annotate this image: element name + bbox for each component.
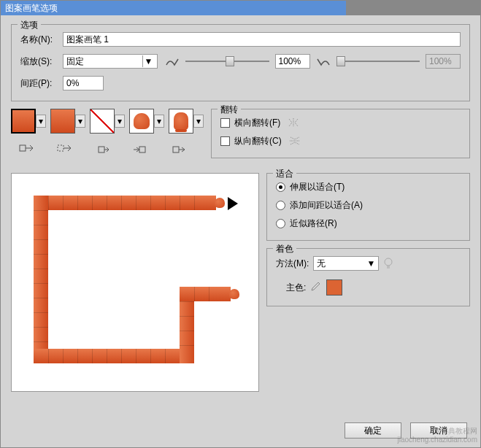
- scale-mode-value: 固定: [66, 55, 84, 68]
- flip-horizontal-row: 横向翻转(F): [220, 117, 461, 129]
- name-label: 名称(N):: [20, 34, 63, 46]
- flip-vertical-checkbox[interactable]: [220, 136, 230, 146]
- tile-1-wrap: ▾: [11, 109, 46, 134]
- flip-horizontal-icon: [288, 117, 299, 129]
- colorize-legend: 着色: [273, 243, 296, 255]
- dialog-content: 选项 名称(N): 缩放(S): 固定 ▼: [1, 15, 480, 401]
- name-input[interactable]: [63, 32, 461, 47]
- fit-approx-row: 近似路径(R): [276, 217, 461, 230]
- flip-vertical-row: 纵向翻转(C): [220, 135, 461, 147]
- scale-slider-2[interactable]: [336, 55, 420, 67]
- dialog-title: 图案画笔选项: [5, 3, 58, 13]
- keycolor-row: 主色:: [276, 279, 461, 296]
- scale-row: 缩放(S): 固定 ▼: [20, 54, 461, 69]
- flip-fieldset: 翻转 横向翻转(F) 纵向翻转(C): [211, 109, 470, 158]
- scale-value-2: [426, 54, 461, 69]
- fit-stretch-label: 伸展以适合(T): [290, 181, 345, 193]
- tile-2-dropdown[interactable]: ▾: [75, 115, 85, 128]
- spacing-label: 间距(P):: [20, 77, 63, 90]
- tile-5-wrap: ▾: [169, 109, 204, 134]
- corner-inner-icon: [55, 142, 75, 160]
- method-label: 方法(M):: [276, 258, 309, 270]
- fit-fieldset: 适合 伸展以适合(T) 添加间距以适合(A) 近似路径(R): [266, 173, 470, 241]
- tiles-row: ▾ ▾ ▾ ▾ ▾: [11, 109, 204, 134]
- brush-preview: [11, 173, 259, 392]
- svg-rect-0: [20, 145, 26, 151]
- fit-addspace-row: 添加间距以适合(A): [276, 199, 461, 212]
- svg-point-5: [385, 258, 392, 266]
- fit-approx-radio[interactable]: [276, 219, 285, 228]
- tile-3-dropdown[interactable]: ▾: [115, 115, 125, 128]
- spacing-row: 间距(P):: [20, 76, 461, 90]
- tile-2-wrap: ▾: [50, 109, 85, 134]
- svg-rect-1: [58, 145, 64, 151]
- chevron-down-icon: ▼: [366, 258, 375, 269]
- fit-stretch-radio[interactable]: [276, 182, 285, 192]
- pattern-brush-options-dialog: 图案画笔选项 选项 名称(N): 缩放(S): 固定 ▼: [0, 0, 481, 448]
- eyedropper-icon[interactable]: [310, 282, 322, 293]
- fit-legend: 适合: [273, 168, 296, 180]
- curve-right-icon: [316, 55, 331, 67]
- keycolor-swatch[interactable]: [326, 279, 342, 296]
- scale-value-1[interactable]: [275, 54, 310, 69]
- side-icon: [93, 142, 113, 160]
- svg-rect-3: [139, 147, 145, 152]
- flip-horizontal-checkbox[interactable]: [220, 118, 230, 128]
- tile-4-dropdown[interactable]: ▾: [154, 115, 164, 128]
- tile-4-wrap: ▾: [129, 109, 164, 134]
- start-tile[interactable]: [129, 109, 154, 134]
- watermark: 查字典教程网 jiaocheng.chazidian.com: [397, 427, 477, 444]
- tile-5-dropdown[interactable]: ▾: [193, 115, 204, 128]
- options-fieldset: 选项 名称(N): 缩放(S): 固定 ▼: [11, 24, 470, 101]
- end-icon: [169, 142, 189, 160]
- direction-icons-row: [11, 139, 204, 163]
- fit-addspace-radio[interactable]: [276, 201, 285, 210]
- start-icon: [131, 142, 151, 160]
- name-row: 名称(N):: [20, 32, 461, 47]
- tile-3-wrap: ▾: [90, 109, 125, 134]
- title-bar[interactable]: 图案画笔选项: [1, 1, 480, 15]
- flip-legend: 翻转: [218, 104, 241, 116]
- fit-stretch-row: 伸展以适合(T): [276, 181, 461, 193]
- fit-approx-label: 近似路径(R): [290, 217, 337, 230]
- method-value: 无: [317, 258, 326, 270]
- scale-sliders: [165, 54, 461, 69]
- method-row: 方法(M): 无 ▼: [276, 256, 461, 271]
- fit-addspace-label: 添加间距以适合(A): [290, 199, 363, 212]
- lower-section: 适合 伸展以适合(T) 添加间距以适合(A) 近似路径(R): [11, 173, 470, 392]
- curve-left-icon: [165, 55, 180, 67]
- right-column: 适合 伸展以适合(T) 添加间距以适合(A) 近似路径(R): [266, 173, 470, 392]
- tip-bulb-icon[interactable]: [383, 258, 395, 269]
- scale-label: 缩放(S):: [20, 55, 63, 68]
- tile-1-dropdown[interactable]: ▾: [36, 115, 46, 128]
- scale-slider-1[interactable]: [185, 55, 269, 67]
- flip-vertical-icon: [289, 136, 301, 147]
- corner-tile[interactable]: [90, 109, 115, 134]
- tiles-section: ▾ ▾ ▾ ▾ ▾: [11, 109, 204, 166]
- svg-rect-2: [99, 147, 104, 152]
- colorize-fieldset: 着色 方法(M): 无 ▼ 主色:: [266, 248, 470, 306]
- flip-vertical-label: 纵向翻转(C): [234, 135, 282, 147]
- side-tile-2[interactable]: [50, 109, 75, 134]
- scale-mode-select[interactable]: 固定 ▼: [63, 54, 158, 69]
- svg-rect-4: [173, 147, 179, 152]
- options-legend: 选项: [18, 19, 41, 31]
- chevron-down-icon: ▼: [142, 55, 154, 67]
- ok-button[interactable]: 确定: [345, 422, 401, 439]
- flip-horizontal-label: 横向翻转(F): [234, 117, 280, 129]
- spacing-input[interactable]: [63, 76, 104, 90]
- keycolor-label: 主色:: [286, 282, 306, 294]
- corner-outer-icon: [17, 142, 37, 160]
- middle-section: ▾ ▾ ▾ ▾ ▾: [11, 109, 470, 166]
- side-tile[interactable]: [11, 109, 36, 134]
- method-select[interactable]: 无 ▼: [313, 256, 379, 271]
- end-tile[interactable]: [169, 109, 193, 134]
